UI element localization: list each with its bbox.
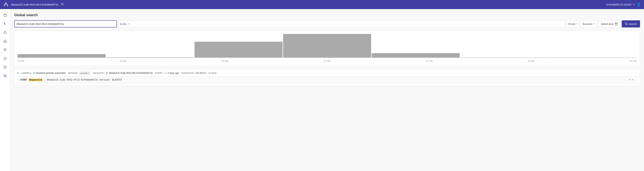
svg-rect-20 <box>615 23 617 25</box>
user-label: DASHBIRD.IO DEMO <box>606 3 631 6</box>
link-icon-2: 🔗 <box>106 72 108 74</box>
sidebar-item-lambda[interactable]: λ <box>2 20 9 27</box>
copy-icon[interactable]: ⧉ <box>629 78 630 81</box>
app-logo <box>3 2 9 7</box>
meta-flags: FLAGS: <box>208 72 217 74</box>
meta-region: REGION: us-east-1 <box>68 72 90 75</box>
chart-container: 18 Feb19 Feb20 Feb21 Feb22 Feb23 Feb24 F… <box>14 31 640 66</box>
meta-request: REQUEST: 🔗 89eda215-2cdb-4542-8fc3-91fe0… <box>93 72 153 74</box>
chart-baseline <box>18 58 637 58</box>
request-meta-value[interactable]: 🔗 89eda215-2cdb-4542-8fc3-91fe09e0672e <box>106 72 153 74</box>
calendar-icon <box>615 23 618 25</box>
sidebar-item-play[interactable] <box>2 64 9 71</box>
search-button-label: Search <box>629 23 637 26</box>
chart-label-3: 21 Feb <box>324 60 330 62</box>
search-button-icon <box>625 23 628 25</box>
chevron-down-icon[interactable]: ▼ <box>633 4 635 6</box>
clock-icon: 🕐 <box>164 72 167 74</box>
search-input[interactable] <box>14 20 117 28</box>
success-label: Success <box>582 23 592 26</box>
sidebar-item-nodes[interactable] <box>2 29 9 36</box>
chart-bar-3 <box>283 34 371 58</box>
navbar-left: 89eda215-2cdb-4542-8fc3-91fe09e0672e 🔍 <box>3 2 65 7</box>
filter-all-badge: λ ALL ✕ <box>118 20 565 28</box>
svg-line-15 <box>6 50 6 51</box>
chart-bar-4 <box>372 53 460 58</box>
meta-lambda: LAMBDA: 🔗 dashbird-periodic-subscriber <box>21 72 66 74</box>
lambda-meta-label: LAMBDA: <box>21 72 32 74</box>
request-meta-label: REQUEST: <box>93 72 105 74</box>
svg-point-6 <box>6 33 7 34</box>
svg-point-5 <box>4 33 4 34</box>
svg-point-11 <box>4 49 6 51</box>
search-button[interactable]: Search <box>622 20 640 28</box>
meta-start: START: 🕐 2 days ago <box>155 72 179 74</box>
navbar-search-icon[interactable]: 🔍 <box>61 3 65 7</box>
svg-point-24 <box>625 23 627 25</box>
filter-all-label: ALL <box>122 23 127 26</box>
sidebar-item-bugs[interactable] <box>2 46 9 53</box>
result-meta: ℹ LAMBDA: 🔗 dashbird-periodic-subscriber… <box>18 72 637 75</box>
svg-point-10 <box>5 42 5 42</box>
chart-label-4: 22 Feb <box>426 60 432 62</box>
errors-close[interactable]: ✕ <box>576 23 578 25</box>
eye-icon[interactable]: 👁 <box>632 78 634 81</box>
errors-label: Errors <box>568 23 575 26</box>
info-icon: ℹ <box>18 72 18 75</box>
lambda-meta-value[interactable]: 🔗 dashbird-periodic-subscriber <box>32 72 66 74</box>
svg-line-7 <box>4 32 5 33</box>
sidebar: λ <box>0 9 10 171</box>
chart-bars <box>18 34 637 58</box>
start-meta-label: START: <box>155 72 163 74</box>
region-meta-value: us-east-1 <box>79 72 91 75</box>
chart-bar-2 <box>194 42 282 58</box>
status-chip-success: Success ✕ <box>581 20 597 28</box>
navbar-title: 89eda215-2cdb-4542-8fc3-91fe09e0672e <box>11 3 58 6</box>
layout: λ Global search <box>0 9 644 171</box>
duration-meta-label: DURATION: <box>182 72 194 74</box>
select-time-label: Select time <box>601 23 614 26</box>
svg-text:λ: λ <box>4 22 6 25</box>
chart-label-5: 23 Feb <box>528 60 534 62</box>
sidebar-item-layers[interactable] <box>2 55 9 62</box>
log-keyword: START <box>20 79 27 81</box>
start-meta-value: 2 days ago <box>168 72 179 74</box>
svg-line-8 <box>5 32 6 33</box>
result-row: ℹ LAMBDA: 🔗 dashbird-periodic-subscriber… <box>14 69 640 86</box>
sidebar-item-alerts[interactable] <box>2 38 9 45</box>
chart-label-0: 18 Feb <box>18 60 24 62</box>
log-highlight: RequestId <box>29 79 42 81</box>
search-bar-row: λ ALL ✕ Errors ✕ Success ✕ Select time <box>14 20 640 28</box>
page-title: Global search <box>14 13 640 17</box>
link-icon: 🔗 <box>32 72 35 74</box>
svg-line-19 <box>6 76 6 77</box>
main-content: Global search λ ALL ✕ Errors ✕ Success ✕ <box>10 9 644 171</box>
success-close[interactable]: ✕ <box>593 23 595 25</box>
sidebar-item-home[interactable] <box>2 12 9 19</box>
sidebar-item-search[interactable] <box>2 72 9 79</box>
navbar: 89eda215-2cdb-4542-8fc3-91fe09e0672e 🔍 D… <box>0 0 644 9</box>
svg-line-25 <box>627 25 628 25</box>
log-entry: START RequestId : 89eda215-2cdb-4542-8fc… <box>18 76 637 84</box>
chart-label-6: 24 Feb <box>630 60 637 62</box>
status-filters: Errors ✕ Success ✕ <box>567 20 597 28</box>
duration-meta-value: 152.29 ms <box>195 72 206 74</box>
log-text: : 89eda215-2cdb-4542-8fc3-91fe09e0672e V… <box>44 79 122 81</box>
svg-marker-17 <box>5 67 6 68</box>
filter-all-close[interactable]: ✕ <box>128 23 130 25</box>
log-icons: ⧉ 👁 <box>629 78 634 81</box>
flags-meta-label: FLAGS: <box>208 72 217 74</box>
chart-labels: 18 Feb19 Feb20 Feb21 Feb22 Feb23 Feb24 F… <box>18 60 637 62</box>
chart-label-2: 20 Feb <box>222 60 228 62</box>
meta-duration: DURATION: 152.29 ms <box>182 72 206 74</box>
select-time-button[interactable]: Select time <box>598 20 620 28</box>
svg-point-4 <box>5 31 6 32</box>
lambda-filter-icon: λ <box>120 23 122 26</box>
user-avatar-icon[interactable]: 👤 <box>636 2 641 7</box>
chart-bar-1 <box>106 57 194 58</box>
svg-line-14 <box>4 50 4 51</box>
svg-rect-2 <box>4 15 6 17</box>
region-meta-label: REGION: <box>68 72 78 74</box>
navbar-right: DASHBIRD.IO DEMO ▼ 👤 <box>606 2 641 7</box>
chart-label-1: 19 Feb <box>120 60 126 62</box>
